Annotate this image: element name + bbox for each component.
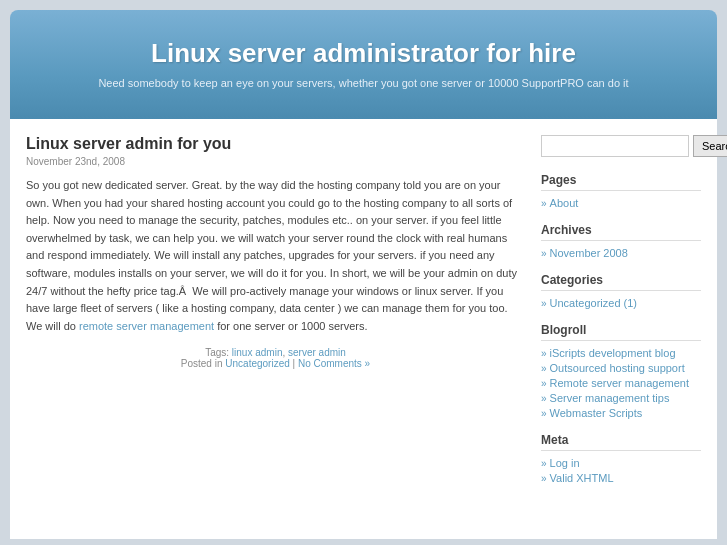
search-button[interactable]: Search	[693, 135, 727, 157]
sidebar-link[interactable]: » Log in	[541, 457, 701, 469]
main-content: Linux server admin for you November 23nd…	[26, 135, 525, 523]
tag-linux-admin[interactable]: linux admin	[232, 347, 283, 358]
sidebar-link[interactable]: » Server management tips	[541, 392, 701, 404]
sidebar: Search Pages» AboutArchives» November 20…	[541, 135, 701, 523]
arrow-icon: »	[541, 378, 547, 389]
sidebar-link-item: » November 2008	[541, 247, 701, 259]
sidebar-link-item: » Log in	[541, 457, 701, 469]
post-title: Linux server admin for you	[26, 135, 525, 153]
sidebar-link[interactable]: » Webmaster Scripts	[541, 407, 701, 419]
sidebar-link-label: About	[550, 197, 579, 209]
sidebar-sections: Pages» AboutArchives» November 2008Categ…	[541, 173, 701, 484]
sidebar-link-label: Server management tips	[550, 392, 670, 404]
sidebar-link-label: Log in	[550, 457, 580, 469]
sidebar-link-label: Valid XHTML	[550, 472, 614, 484]
arrow-icon: »	[541, 458, 547, 469]
no-comments-link[interactable]: No Comments »	[298, 358, 370, 369]
sidebar-link[interactable]: » November 2008	[541, 247, 701, 259]
sidebar-section-archives: Archives» November 2008	[541, 223, 701, 259]
sidebar-link[interactable]: » Valid XHTML	[541, 472, 701, 484]
site-title: Linux server administrator for hire	[30, 38, 697, 69]
sidebar-link-item: » Remote server management	[541, 377, 701, 389]
sidebar-link[interactable]: » About	[541, 197, 701, 209]
sidebar-link-item: » iScripts development blog	[541, 347, 701, 359]
arrow-icon: »	[541, 248, 547, 259]
arrow-icon: »	[541, 393, 547, 404]
arrow-icon: »	[541, 198, 547, 209]
sidebar-link-label: iScripts development blog	[550, 347, 676, 359]
sidebar-section-title: Pages	[541, 173, 701, 191]
sidebar-link[interactable]: » Remote server management	[541, 377, 701, 389]
site-header: Linux server administrator for hire Need…	[10, 10, 717, 119]
sidebar-link[interactable]: » iScripts development blog	[541, 347, 701, 359]
sidebar-link-item: » Webmaster Scripts	[541, 407, 701, 419]
sidebar-link[interactable]: » Uncategorized (1)	[541, 297, 701, 309]
sidebar-section-blogroll: Blogroll» iScripts development blog» Out…	[541, 323, 701, 419]
site-tagline: Need somebody to keep an eye on your ser…	[30, 77, 697, 89]
sidebar-section-title: Blogroll	[541, 323, 701, 341]
page-wrapper: Linux server administrator for hire Need…	[0, 10, 727, 539]
arrow-icon: »	[541, 408, 547, 419]
sidebar-section-categories: Categories» Uncategorized (1)	[541, 273, 701, 309]
sidebar-link-item: » Valid XHTML	[541, 472, 701, 484]
posted-in-label: Posted in	[181, 358, 225, 369]
sidebar-link-item: » Outsourced hosting support	[541, 362, 701, 374]
post-date: November 23nd, 2008	[26, 156, 525, 167]
sidebar-link-item: » Uncategorized (1)	[541, 297, 701, 309]
sidebar-link-item: » Server management tips	[541, 392, 701, 404]
remote-server-management-link[interactable]: remote server management	[79, 320, 214, 332]
arrow-icon: »	[541, 473, 547, 484]
arrow-icon: »	[541, 348, 547, 359]
sidebar-link[interactable]: » Outsourced hosting support	[541, 362, 701, 374]
arrow-icon: »	[541, 298, 547, 309]
post-footer: Tags: linux admin, server admin Posted i…	[26, 347, 525, 369]
arrow-icon: »	[541, 363, 547, 374]
post-body: So you got new dedicated server. Great. …	[26, 177, 525, 335]
sidebar-section-title: Categories	[541, 273, 701, 291]
sidebar-link-label: Outsourced hosting support	[550, 362, 685, 374]
sidebar-section-title: Meta	[541, 433, 701, 451]
sidebar-link-label: Uncategorized (1)	[550, 297, 637, 309]
sidebar-link-label: Remote server management	[550, 377, 689, 389]
search-input[interactable]	[541, 135, 689, 157]
sidebar-link-label: November 2008	[550, 247, 628, 259]
sidebar-section-meta: Meta» Log in» Valid XHTML	[541, 433, 701, 484]
sidebar-link-label: Webmaster Scripts	[550, 407, 643, 419]
sidebar-section-pages: Pages» About	[541, 173, 701, 209]
category-uncategorized[interactable]: Uncategorized	[225, 358, 289, 369]
tags-label: Tags:	[205, 347, 232, 358]
content-wrapper: Linux server admin for you November 23nd…	[10, 119, 717, 539]
search-form: Search	[541, 135, 701, 157]
sidebar-section-title: Archives	[541, 223, 701, 241]
sidebar-link-item: » About	[541, 197, 701, 209]
tag-server-admin[interactable]: server admin	[288, 347, 346, 358]
